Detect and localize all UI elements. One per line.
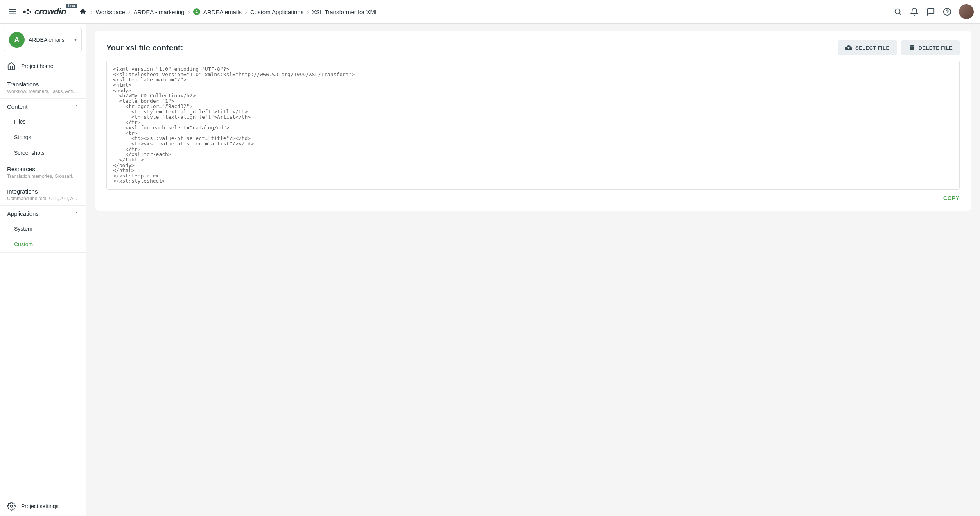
- user-avatar[interactable]: [959, 4, 974, 19]
- sidebar-group-subtitle: Command line tool (CLI), API, A...: [7, 196, 79, 201]
- card-header: Your xsl file content: SELECT FILE DELET…: [106, 40, 960, 55]
- sidebar-group-subtitle: Translation memories, Glossari...: [7, 174, 79, 179]
- project-avatar: A: [9, 32, 25, 48]
- beta-badge: beta: [66, 4, 77, 8]
- logo[interactable]: crowdin beta: [22, 7, 66, 17]
- card-footer: COPY: [106, 195, 960, 201]
- gear-icon: [7, 502, 16, 511]
- sidebar-item-custom[interactable]: Custom: [0, 236, 86, 252]
- select-file-button[interactable]: SELECT FILE: [838, 40, 896, 55]
- breadcrumb: › Workspace › ARDEA - marketing › A ARDE…: [79, 7, 890, 16]
- breadcrumb-ardea-marketing[interactable]: ARDEA - marketing: [134, 9, 185, 15]
- sidebar-item-strings[interactable]: Strings: [0, 129, 86, 145]
- caret-down-icon: ▾: [74, 37, 77, 43]
- menu-toggle[interactable]: [6, 5, 19, 18]
- topbar-actions: [893, 4, 974, 19]
- home-icon: [7, 62, 16, 70]
- sidebar-project-home[interactable]: Project home: [0, 56, 86, 76]
- hamburger-icon: [8, 7, 17, 16]
- chevron-right-icon: ›: [244, 8, 248, 16]
- breadcrumb-workspace[interactable]: Workspace: [96, 9, 125, 15]
- logo-text: crowdin: [34, 7, 66, 17]
- sidebar-group-translations[interactable]: Translations Workflow, Members, Tasks, A…: [0, 76, 86, 98]
- sidebar-group-integrations[interactable]: Integrations Command line tool (CLI), AP…: [0, 183, 86, 205]
- svg-line-8: [899, 13, 901, 15]
- bell-icon: [910, 7, 919, 16]
- project-name: ARDEA emails: [29, 37, 70, 43]
- sidebar-group-label: Content: [7, 103, 28, 110]
- svg-point-6: [30, 11, 31, 13]
- divider: [0, 252, 86, 253]
- sidebar: A ARDEA emails ▾ Project home Translatio…: [0, 24, 86, 516]
- sidebar-item-label: Project home: [21, 63, 53, 69]
- svg-point-3: [23, 11, 26, 13]
- sidebar-group-resources[interactable]: Resources Translation memories, Glossari…: [0, 161, 86, 183]
- chevron-right-icon: ›: [90, 8, 93, 16]
- svg-point-11: [10, 505, 13, 507]
- search-button[interactable]: [893, 7, 903, 16]
- project-switcher[interactable]: A ARDEA emails ▾: [4, 28, 82, 52]
- xsl-code-content[interactable]: <?xml version="1.0" encoding="UTF-8"?> <…: [106, 61, 960, 190]
- button-label: DELETE FILE: [919, 45, 953, 51]
- breadcrumb-home[interactable]: [79, 7, 87, 16]
- trash-icon: [908, 44, 915, 51]
- xsl-content-card: Your xsl file content: SELECT FILE DELET…: [95, 31, 971, 211]
- main-content: Your xsl file content: SELECT FILE DELET…: [86, 24, 980, 516]
- breadcrumb-custom-applications[interactable]: Custom Applications: [250, 9, 303, 15]
- delete-file-button[interactable]: DELETE FILE: [901, 40, 960, 55]
- breadcrumb-ardea-emails[interactable]: ARDEA emails: [203, 9, 242, 15]
- chevron-up-icon: ⌃: [75, 104, 79, 109]
- notifications-button[interactable]: [910, 7, 919, 16]
- sidebar-item-screenshots[interactable]: Screenshots: [0, 145, 86, 161]
- chevron-up-icon: ⌃: [75, 211, 79, 217]
- sidebar-item-system[interactable]: System: [0, 221, 86, 236]
- sidebar-group-content[interactable]: Content ⌃: [0, 99, 86, 114]
- cloud-upload-icon: [845, 44, 852, 51]
- logo-icon: [22, 7, 32, 17]
- card-title: Your xsl file content:: [106, 43, 833, 52]
- chat-icon: [926, 7, 935, 16]
- messages-button[interactable]: [926, 7, 935, 16]
- chevron-right-icon: ›: [127, 8, 131, 16]
- svg-point-7: [895, 9, 900, 14]
- search-icon: [894, 7, 902, 16]
- copy-button[interactable]: COPY: [943, 195, 960, 201]
- sidebar-project-settings[interactable]: Project settings: [0, 496, 86, 516]
- sidebar-group-label: Resources: [7, 166, 35, 172]
- chevron-right-icon: ›: [306, 8, 310, 16]
- home-icon: [79, 8, 87, 16]
- help-button[interactable]: [942, 7, 952, 16]
- breadcrumb-current: XSL Transformer for XML: [312, 9, 379, 15]
- sidebar-group-applications[interactable]: Applications ⌃: [0, 206, 86, 221]
- sidebar-item-files[interactable]: Files: [0, 114, 86, 129]
- sidebar-group-label: Translations: [7, 81, 39, 88]
- sidebar-group-label: Integrations: [7, 188, 38, 195]
- chevron-right-icon: ›: [187, 8, 191, 16]
- button-label: SELECT FILE: [855, 45, 889, 51]
- sidebar-item-label: Project settings: [21, 503, 59, 509]
- sidebar-group-label: Applications: [7, 210, 39, 217]
- svg-point-4: [27, 9, 29, 11]
- breadcrumb-project-badge: A: [193, 8, 200, 15]
- help-icon: [943, 7, 951, 16]
- svg-point-5: [27, 13, 29, 14]
- sidebar-group-subtitle: Workflow, Members, Tasks, Acti...: [7, 89, 79, 94]
- topbar: crowdin beta › Workspace › ARDEA - marke…: [0, 0, 980, 24]
